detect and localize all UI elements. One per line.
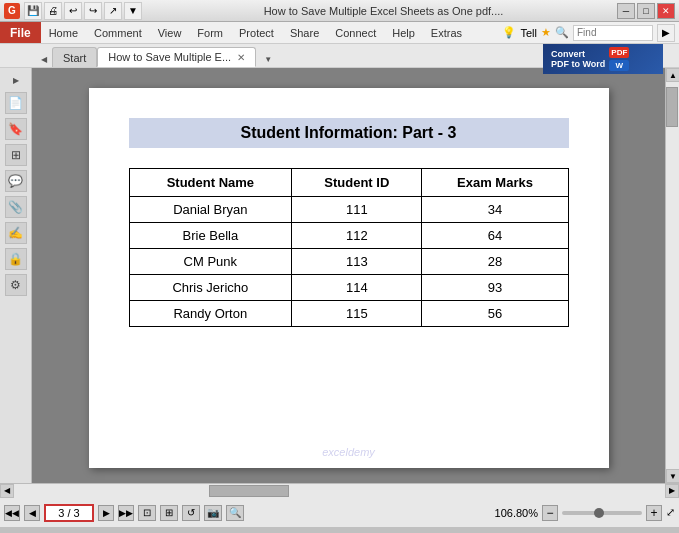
menu-connect[interactable]: Connect [327, 25, 384, 41]
convert-line1: Convert [551, 49, 585, 59]
tab-document-label: How to Save Multiple E... [108, 51, 231, 63]
pointer-icon[interactable]: ↗ [104, 2, 122, 20]
redo-icon[interactable]: ↪ [84, 2, 102, 20]
tell-label: Tell [520, 27, 537, 39]
col-header-name: Student Name [129, 169, 292, 197]
page-title: Student Information: Part - 3 [129, 118, 569, 148]
sidebar-comment-icon[interactable]: 💬 [5, 170, 27, 192]
tab-scroll-right[interactable]: ▼ [260, 51, 276, 67]
cell-name-2: CM Punk [129, 249, 292, 275]
scroll-up-button[interactable]: ▲ [666, 68, 679, 82]
scroll-thumb[interactable] [666, 87, 678, 127]
zoom-in-button[interactable]: + [646, 505, 662, 521]
cell-id-2: 113 [292, 249, 422, 275]
rotate-button[interactable]: ↺ [182, 505, 200, 521]
right-scrollbar: ▲ ▼ [665, 68, 679, 483]
sidebar-attach-icon[interactable]: 📎 [5, 196, 27, 218]
hscroll-right-button[interactable]: ▶ [665, 484, 679, 498]
menu-help[interactable]: Help [384, 25, 423, 41]
watermark: exceldemy [322, 446, 375, 458]
word-badge: W [609, 60, 629, 71]
cell-marks-0: 34 [422, 197, 568, 223]
tab-close-icon[interactable]: ✕ [237, 52, 245, 63]
zoom-slider-thumb[interactable] [594, 508, 604, 518]
sidebar-page-icon[interactable]: 📄 [5, 92, 27, 114]
menu-form[interactable]: Form [189, 25, 231, 41]
cell-name-0: Danial Bryan [129, 197, 292, 223]
fit-page-button[interactable]: ⊡ [138, 505, 156, 521]
hscroll-left-button[interactable]: ◀ [0, 484, 14, 498]
menu-comment[interactable]: Comment [86, 25, 150, 41]
app-icon: G [4, 3, 20, 19]
title-bar: G 💾 🖨 ↩ ↪ ↗ ▼ How to Save Multiple Excel… [0, 0, 679, 22]
scroll-track[interactable] [666, 82, 679, 469]
tab-start-label: Start [63, 52, 86, 64]
col-header-marks: Exam Marks [422, 169, 568, 197]
menu-extras[interactable]: Extras [423, 25, 470, 41]
find-button[interactable]: 🔍 [226, 505, 244, 521]
hscroll-track[interactable] [14, 484, 665, 498]
tab-scroll-left[interactable]: ◀ [36, 51, 52, 67]
sidebar-tools-icon[interactable]: ⚙ [5, 274, 27, 296]
cell-marks-1: 64 [422, 223, 568, 249]
zoom-percent-label: 106.80% [495, 507, 538, 519]
find-input[interactable] [573, 25, 653, 41]
fullscreen-button[interactable]: ⤢ [666, 506, 675, 519]
window-controls: ─ □ ✕ [617, 3, 675, 19]
dropdown-icon[interactable]: ▼ [124, 2, 142, 20]
save-icon[interactable]: 💾 [24, 2, 42, 20]
tab-document[interactable]: How to Save Multiple E... ✕ [97, 47, 256, 67]
nav-prev-button[interactable]: ◀ [24, 505, 40, 521]
cell-marks-3: 93 [422, 275, 568, 301]
lightbulb-icon: 💡 [502, 26, 516, 39]
zoom-area: 106.80% − + ⤢ [495, 505, 675, 521]
sidebar-layers-icon[interactable]: ⊞ [5, 144, 27, 166]
tab-start[interactable]: Start [52, 47, 97, 67]
cell-name-4: Randy Orton [129, 301, 292, 327]
star-icon: ★ [541, 26, 551, 39]
snapshot-button[interactable]: 📷 [204, 505, 222, 521]
student-table: Student Name Student ID Exam Marks Dania… [129, 168, 569, 327]
nav-first-button[interactable]: ◀◀ [4, 505, 20, 521]
cell-id-0: 111 [292, 197, 422, 223]
col-header-id: Student ID [292, 169, 422, 197]
menu-view[interactable]: View [150, 25, 190, 41]
window-title: How to Save Multiple Excel Sheets as One… [150, 5, 617, 17]
table-row: Brie Bella11264 [129, 223, 568, 249]
fit-width-button[interactable]: ⊞ [160, 505, 178, 521]
table-row: Randy Orton11556 [129, 301, 568, 327]
scroll-down-button[interactable]: ▼ [666, 469, 679, 483]
undo-icon[interactable]: ↩ [64, 2, 82, 20]
minimize-button[interactable]: ─ [617, 3, 635, 19]
page-input[interactable] [44, 504, 94, 522]
sidebar-sign-icon[interactable]: ✍ [5, 222, 27, 244]
close-button[interactable]: ✕ [657, 3, 675, 19]
cell-name-3: Chris Jericho [129, 275, 292, 301]
menu-protect[interactable]: Protect [231, 25, 282, 41]
pdf-badge: PDF [609, 47, 629, 58]
cell-id-3: 114 [292, 275, 422, 301]
table-row: CM Punk11328 [129, 249, 568, 275]
sidebar-bookmark-icon[interactable]: 🔖 [5, 118, 27, 140]
sidebar-toggle[interactable]: ▶ [8, 72, 24, 88]
sidebar-lock-icon[interactable]: 🔒 [5, 248, 27, 270]
zoom-slider[interactable] [562, 511, 642, 515]
menu-items: Home Comment View Form Protect Share Con… [41, 25, 470, 41]
cell-id-4: 115 [292, 301, 422, 327]
zoom-out-button[interactable]: − [542, 505, 558, 521]
find-go-button[interactable]: ▶ [657, 24, 675, 42]
table-row: Chris Jericho11493 [129, 275, 568, 301]
cell-marks-2: 28 [422, 249, 568, 275]
maximize-button[interactable]: □ [637, 3, 655, 19]
print-icon[interactable]: 🖨 [44, 2, 62, 20]
nav-next-button[interactable]: ▶ [98, 505, 114, 521]
menu-home[interactable]: Home [41, 25, 86, 41]
table-row: Danial Bryan11134 [129, 197, 568, 223]
file-menu[interactable]: File [0, 22, 41, 43]
menu-bar: File Home Comment View Form Protect Shar… [0, 22, 679, 44]
nav-last-button[interactable]: ▶▶ [118, 505, 134, 521]
convert-line2: PDF to Word [551, 59, 605, 69]
hscroll-thumb[interactable] [209, 485, 289, 497]
convert-banner[interactable]: Convert PDF to Word PDF W [543, 44, 663, 74]
menu-share[interactable]: Share [282, 25, 327, 41]
